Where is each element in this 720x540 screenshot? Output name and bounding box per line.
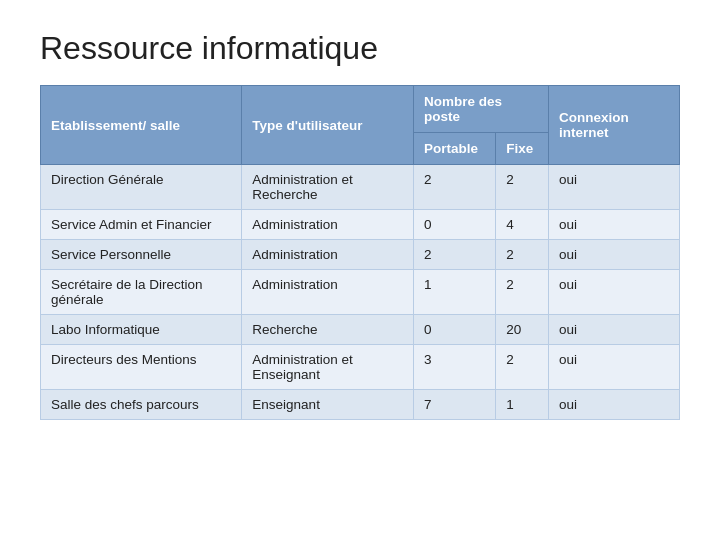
cell-etablissement: Direction Générale — [41, 165, 242, 210]
cell-etablissement: Salle des chefs parcours — [41, 390, 242, 420]
cell-type: Enseignant — [242, 390, 414, 420]
cell-connexion: oui — [548, 390, 679, 420]
table-header-row: Etablissement/ salle Type d'utilisateur … — [41, 86, 680, 133]
col-type: Type d'utilisateur — [242, 86, 414, 165]
cell-etablissement: Labo Informatique — [41, 315, 242, 345]
cell-type: Administration — [242, 240, 414, 270]
col-portable: Portable — [414, 133, 496, 165]
cell-portable: 2 — [414, 240, 496, 270]
cell-portable: 3 — [414, 345, 496, 390]
cell-connexion: oui — [548, 345, 679, 390]
table-row: Salle des chefs parcoursEnseignant71oui — [41, 390, 680, 420]
cell-fixe: 2 — [496, 165, 549, 210]
cell-connexion: oui — [548, 270, 679, 315]
cell-connexion: oui — [548, 210, 679, 240]
cell-fixe: 20 — [496, 315, 549, 345]
page-title: Ressource informatique — [40, 30, 680, 67]
cell-fixe: 2 — [496, 270, 549, 315]
col-fixe: Fixe — [496, 133, 549, 165]
cell-portable: 0 — [414, 315, 496, 345]
cell-connexion: oui — [548, 240, 679, 270]
cell-portable: 1 — [414, 270, 496, 315]
col-connexion: Connexion internet — [548, 86, 679, 165]
table-row: Service Admin et FinancierAdministration… — [41, 210, 680, 240]
cell-fixe: 2 — [496, 345, 549, 390]
col-etablissement: Etablissement/ salle — [41, 86, 242, 165]
cell-portable: 0 — [414, 210, 496, 240]
cell-connexion: oui — [548, 165, 679, 210]
cell-fixe: 2 — [496, 240, 549, 270]
table-row: Secrétaire de la Direction généraleAdmin… — [41, 270, 680, 315]
cell-etablissement: Secrétaire de la Direction générale — [41, 270, 242, 315]
cell-type: Recherche — [242, 315, 414, 345]
table-row: Labo InformatiqueRecherche020oui — [41, 315, 680, 345]
cell-etablissement: Service Admin et Financier — [41, 210, 242, 240]
col-nombre: Nombre des poste — [414, 86, 549, 133]
cell-etablissement: Directeurs des Mentions — [41, 345, 242, 390]
cell-type: Administration — [242, 270, 414, 315]
cell-fixe: 4 — [496, 210, 549, 240]
table-row: Directeurs des MentionsAdministration et… — [41, 345, 680, 390]
table-row: Service PersonnelleAdministration22oui — [41, 240, 680, 270]
table-row: Direction GénéraleAdministration et Rech… — [41, 165, 680, 210]
cell-type: Administration et Recherche — [242, 165, 414, 210]
cell-portable: 2 — [414, 165, 496, 210]
cell-etablissement: Service Personnelle — [41, 240, 242, 270]
cell-type: Administration et Enseignant — [242, 345, 414, 390]
cell-fixe: 1 — [496, 390, 549, 420]
cell-type: Administration — [242, 210, 414, 240]
cell-connexion: oui — [548, 315, 679, 345]
cell-portable: 7 — [414, 390, 496, 420]
resource-table: Etablissement/ salle Type d'utilisateur … — [40, 85, 680, 420]
